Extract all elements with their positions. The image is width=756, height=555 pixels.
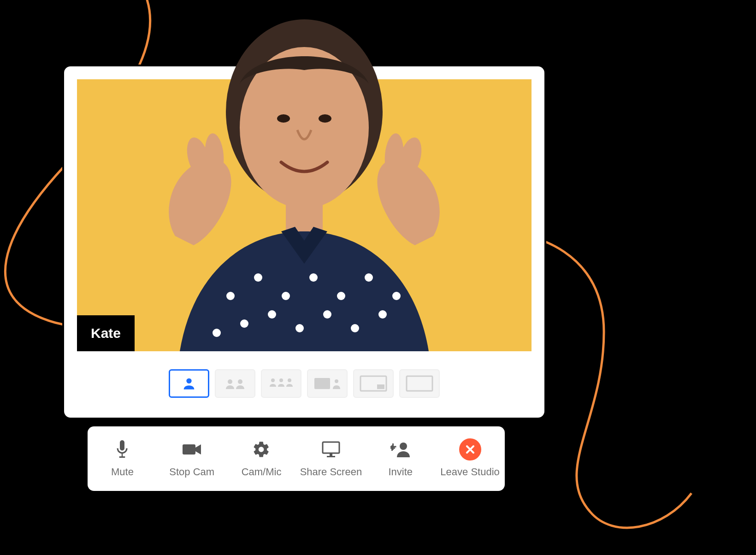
svg-point-26 [271, 378, 275, 382]
layout-option-blank[interactable] [399, 369, 440, 398]
svg-point-14 [378, 310, 387, 319]
layout-option-speaker-side[interactable] [307, 369, 348, 398]
participant-name: Kate [91, 325, 121, 341]
svg-rect-2 [286, 195, 323, 236]
invite-label: Invite [388, 466, 413, 478]
add-person-icon [390, 439, 411, 460]
svg-point-21 [277, 114, 290, 123]
layout-option-two-up[interactable] [215, 369, 255, 398]
cam-mic-settings-button[interactable]: Cam/Mic [227, 426, 296, 491]
layout-option-grid-3[interactable] [261, 369, 301, 398]
svg-point-19 [395, 135, 425, 180]
svg-point-30 [335, 379, 338, 383]
svg-point-27 [279, 378, 283, 382]
svg-rect-39 [330, 453, 332, 456]
svg-rect-29 [314, 378, 330, 389]
svg-point-17 [183, 135, 213, 180]
svg-point-1 [240, 47, 369, 208]
gear-icon [252, 439, 271, 460]
svg-point-16 [392, 292, 401, 300]
svg-rect-36 [119, 456, 125, 458]
svg-point-22 [319, 114, 331, 123]
svg-point-10 [268, 310, 276, 319]
svg-point-4 [254, 273, 262, 282]
svg-point-9 [240, 319, 248, 328]
participant-name-tag: Kate [77, 315, 135, 351]
share-screen-label: Share Screen [300, 466, 362, 478]
svg-point-18 [203, 132, 225, 178]
cam-mic-label: Cam/Mic [242, 466, 282, 478]
svg-point-13 [351, 324, 359, 332]
invite-button[interactable]: Invite [366, 426, 435, 491]
svg-point-5 [282, 292, 290, 300]
layout-option-solo[interactable] [169, 369, 209, 398]
camera-icon [182, 439, 202, 460]
svg-rect-35 [122, 453, 123, 457]
mute-label: Mute [111, 466, 134, 478]
share-screen-button[interactable]: Share Screen [296, 426, 366, 491]
svg-point-24 [228, 379, 232, 384]
svg-point-6 [309, 273, 318, 282]
svg-point-23 [186, 378, 191, 384]
svg-point-12 [323, 310, 331, 319]
participant-illustration [115, 19, 493, 351]
svg-point-8 [365, 273, 373, 282]
svg-point-41 [400, 443, 407, 450]
control-toolbar: Mute Stop Cam Cam/Mic Share Screen [88, 426, 505, 491]
svg-point-15 [213, 329, 221, 337]
video-feed: Kate [77, 79, 532, 351]
svg-rect-32 [377, 384, 384, 389]
svg-point-3 [226, 292, 235, 300]
layout-option-pip[interactable] [353, 369, 394, 398]
studio-window: Kate [62, 65, 546, 419]
stop-cam-label: Stop Cam [169, 466, 214, 478]
close-icon [459, 439, 481, 460]
svg-point-0 [226, 19, 383, 204]
leave-label: Leave Studio [440, 466, 499, 478]
leave-studio-button[interactable]: Leave Studio [435, 426, 505, 491]
svg-rect-33 [407, 376, 432, 391]
svg-rect-45 [390, 446, 396, 448]
svg-point-28 [288, 378, 291, 382]
svg-point-25 [238, 379, 242, 384]
mute-button[interactable]: Mute [88, 426, 157, 491]
microphone-icon [115, 439, 129, 460]
svg-rect-37 [183, 444, 195, 455]
svg-rect-38 [323, 442, 339, 453]
svg-point-7 [337, 292, 345, 300]
svg-point-11 [295, 324, 304, 332]
svg-rect-40 [327, 456, 335, 457]
svg-rect-34 [120, 440, 124, 451]
stop-cam-button[interactable]: Stop Cam [157, 426, 227, 491]
svg-point-20 [383, 132, 405, 178]
monitor-icon [321, 439, 341, 460]
layout-selector [77, 351, 532, 405]
